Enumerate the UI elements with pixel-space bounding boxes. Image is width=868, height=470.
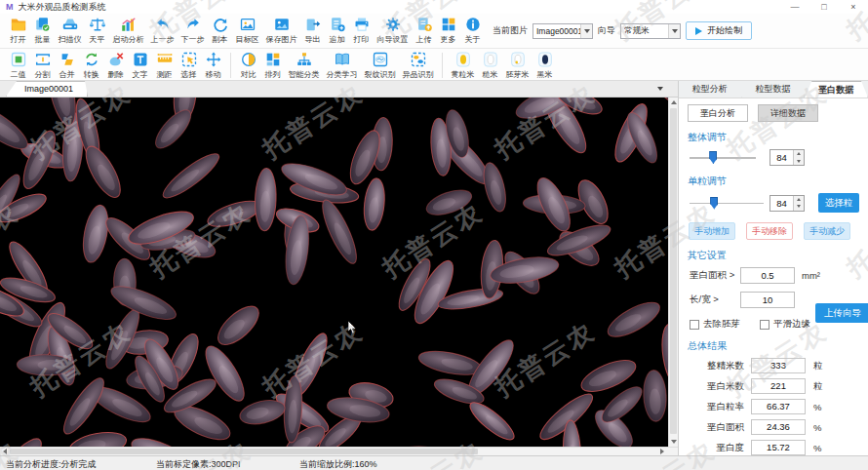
title-bar: M 大米外观品质检测系统 — □ × [0, 0, 868, 14]
result-value: 221 [751, 378, 806, 394]
length-width-ratio-input[interactable]: 10 [740, 292, 795, 308]
checkbox-icon[interactable] [760, 320, 769, 330]
previous-step-button[interactable]: 上一步 [147, 16, 178, 45]
tab-chalkiness-data[interactable]: 垩白数据 [805, 81, 868, 98]
scroll-up-arrow-icon[interactable] [669, 98, 679, 107]
chevron-down-icon [668, 24, 680, 38]
manual-decrease-button[interactable]: 手动减少 [804, 222, 850, 240]
crack-recognition-button[interactable]: 裂纹识别 [361, 51, 399, 80]
toolbar-label: 分割 [35, 69, 51, 80]
toolbar-label: 保存图片 [266, 34, 297, 45]
overall-adjust-value[interactable]: 84 [770, 150, 793, 165]
delete-button[interactable]: 删除 [103, 51, 128, 80]
select-tool-button[interactable]: 选择 [177, 51, 201, 80]
wizard-select[interactable]: 常规米 [620, 23, 681, 39]
duplicate-button[interactable]: 副本 [208, 16, 232, 45]
maximize-button[interactable]: □ [809, 0, 839, 14]
classify-learning-button[interactable]: 分类学习 [323, 51, 361, 80]
print-button[interactable]: 打印 [349, 16, 374, 45]
binary-button[interactable]: 二值 [6, 51, 30, 80]
germ-rice-button[interactable]: 胚芽米 [502, 51, 533, 80]
export-button[interactable]: 导出 [300, 16, 325, 45]
tab-list-dropdown[interactable] [653, 83, 666, 95]
manual-add-button[interactable]: 手动增加 [689, 222, 735, 240]
close-button[interactable]: × [839, 0, 868, 14]
single-grain-adjust-spinner[interactable]: 84 [769, 195, 805, 212]
next-step-button[interactable]: 下一步 [178, 16, 208, 45]
open-button[interactable]: 打开 [6, 16, 30, 45]
single-grain-adjust-value[interactable]: 84 [770, 196, 793, 211]
chalkiness-analysis-button[interactable]: 垩白分析 [688, 104, 748, 122]
single-grain-adjust-slider[interactable] [690, 197, 764, 210]
save-image-button[interactable]: 保存图片 [262, 16, 300, 45]
overall-adjust-slider[interactable] [690, 151, 756, 164]
spin-down-icon[interactable] [794, 158, 804, 166]
toolbar-label: 选择 [181, 69, 197, 80]
convert-button[interactable]: 转换 [79, 51, 103, 80]
analysis-canvas[interactable] [0, 98, 668, 447]
overall-results-heading: 总体结果 [688, 339, 859, 353]
horizontal-scrollbar[interactable] [0, 447, 678, 455]
minimize-button[interactable]: — [780, 0, 809, 14]
batch-icon [34, 16, 52, 33]
image-tab[interactable]: Image00001 [6, 81, 88, 97]
select-grain-button[interactable]: 选择粒 [818, 193, 859, 213]
wizard-settings-button[interactable]: 向导设置 [374, 16, 412, 45]
toolbar-label: 追加 [330, 34, 345, 45]
smooth-edge-checkbox[interactable]: 平滑边缘 [760, 318, 810, 331]
scanner-button[interactable]: 扫描仪 [55, 16, 85, 45]
about-button[interactable]: 关于 [460, 16, 485, 45]
vertical-scrollbar[interactable] [668, 98, 678, 447]
detailed-data-button[interactable]: 详细数据 [758, 104, 818, 122]
brown-rice-button[interactable]: 糙米 [478, 51, 502, 80]
arrange-tiles-icon [264, 51, 282, 68]
batch-button[interactable]: 批量 [30, 16, 55, 45]
result-label: 垩白度 [688, 442, 744, 454]
tab-grain-shape-analysis[interactable]: 粒型分析 [679, 81, 742, 98]
text-tool-button[interactable]: 文字 [128, 51, 152, 80]
start-draw-button[interactable]: 开始绘制 [686, 21, 752, 40]
checkbox-icon[interactable] [690, 320, 699, 330]
toolbar-label: 副本 [213, 34, 228, 45]
horizontal-scroll-thumb[interactable] [10, 449, 478, 454]
start-analysis-button[interactable]: 启动分析 [109, 16, 147, 45]
toolbar-label: 转换 [84, 69, 99, 80]
toolbar-label: 测距 [157, 69, 173, 80]
manual-remove-button[interactable]: 手动移除 [746, 222, 793, 240]
remove-germ-checkbox[interactable]: 去除胚芽 [690, 318, 740, 331]
foreign-recognition-button[interactable]: 异品识别 [399, 51, 437, 80]
status-bar: 当前分析进度:分析完成 当前标定像素:300DPI 当前缩放比例:160% [0, 455, 868, 470]
overall-adjust-spinner[interactable]: 84 [769, 149, 805, 166]
arrange-button[interactable]: 排列 [260, 51, 285, 80]
black-rice-button[interactable]: 黑米 [533, 51, 557, 80]
slider-thumb[interactable] [710, 197, 718, 210]
spinner-arrows[interactable] [793, 196, 804, 211]
current-image-select[interactable]: Image00001 [533, 23, 593, 39]
scroll-down-arrow-icon[interactable] [669, 437, 679, 447]
target-area-button[interactable]: 目标区 [232, 16, 262, 45]
spin-up-icon[interactable] [794, 196, 804, 204]
move-tool-button[interactable]: 移动 [201, 51, 225, 80]
scroll-left-arrow-icon[interactable] [0, 448, 9, 455]
spinner-arrows[interactable] [793, 150, 804, 165]
scroll-right-arrow-icon[interactable] [657, 448, 666, 455]
balance-button[interactable]: 天平 [85, 16, 109, 45]
vertical-scroll-thumb[interactable] [670, 108, 677, 434]
yellow-rice-button[interactable]: 黄粒米 [448, 51, 478, 80]
split-button[interactable]: 分割 [30, 51, 55, 80]
upload-wizard-button[interactable]: 上传向导 [815, 303, 868, 323]
toolbar-label: 删除 [108, 69, 124, 80]
spin-up-icon[interactable] [794, 150, 804, 158]
contrast-button[interactable]: 对比 [236, 51, 260, 80]
measure-button[interactable]: 测距 [152, 51, 177, 80]
smart-classify-button[interactable]: 智能分类 [285, 51, 323, 80]
gear-icon [384, 16, 402, 33]
more-button[interactable]: 更多 [436, 16, 460, 45]
upload-button[interactable]: 上传 [412, 16, 436, 45]
merge-button[interactable]: 合并 [55, 51, 79, 80]
append-button[interactable]: 追加 [325, 16, 349, 45]
slider-thumb[interactable] [709, 151, 717, 164]
tab-grain-shape-data[interactable]: 粒型数据 [742, 81, 806, 98]
chalky-area-threshold-input[interactable]: 0.5 [740, 267, 795, 284]
spin-down-icon[interactable] [794, 203, 804, 211]
